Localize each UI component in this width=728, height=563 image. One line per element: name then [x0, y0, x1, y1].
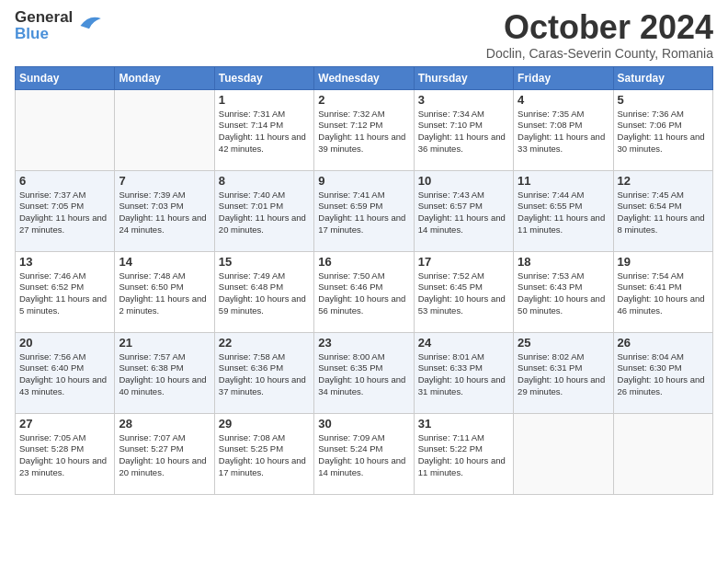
day-info: Sunrise: 7:11 AM Sunset: 5:22 PM Dayligh…: [418, 432, 509, 479]
day-number: 3: [418, 93, 509, 107]
calendar-cell: 17Sunrise: 7:52 AM Sunset: 6:45 PM Dayli…: [414, 251, 513, 332]
calendar-cell: [514, 413, 613, 494]
calendar-header-row: SundayMondayTuesdayWednesdayThursdayFrid…: [16, 66, 713, 89]
header: General Blue October 2024 Doclin, Caras-…: [15, 9, 713, 61]
day-number: 10: [418, 174, 509, 188]
day-number: 13: [19, 255, 110, 269]
day-info: Sunrise: 8:02 AM Sunset: 6:31 PM Dayligh…: [518, 351, 609, 398]
calendar-cell: 30Sunrise: 7:09 AM Sunset: 5:24 PM Dayli…: [314, 413, 414, 494]
calendar-cell: 5Sunrise: 7:36 AM Sunset: 7:06 PM Daylig…: [613, 89, 712, 170]
day-info: Sunrise: 7:05 AM Sunset: 5:28 PM Dayligh…: [19, 432, 110, 479]
calendar-cell: 22Sunrise: 7:58 AM Sunset: 6:36 PM Dayli…: [214, 332, 313, 413]
day-info: Sunrise: 7:46 AM Sunset: 6:52 PM Dayligh…: [19, 270, 110, 317]
day-number: 17: [418, 255, 509, 269]
day-info: Sunrise: 7:52 AM Sunset: 6:45 PM Dayligh…: [418, 270, 509, 317]
day-number: 19: [618, 255, 709, 269]
calendar-cell: 13Sunrise: 7:46 AM Sunset: 6:52 PM Dayli…: [16, 251, 115, 332]
day-number: 15: [219, 255, 310, 269]
day-info: Sunrise: 8:01 AM Sunset: 6:33 PM Dayligh…: [418, 351, 509, 398]
day-number: 20: [19, 336, 110, 350]
day-number: 4: [518, 93, 609, 107]
day-number: 24: [418, 336, 509, 350]
day-info: Sunrise: 7:39 AM Sunset: 7:03 PM Dayligh…: [119, 190, 210, 236]
day-info: Sunrise: 7:57 AM Sunset: 6:38 PM Dayligh…: [119, 351, 210, 398]
calendar-cell: 6Sunrise: 7:37 AM Sunset: 7:05 PM Daylig…: [16, 170, 115, 251]
day-number: 26: [618, 336, 709, 350]
day-number: 30: [318, 417, 409, 431]
calendar-cell: 18Sunrise: 7:53 AM Sunset: 6:43 PM Dayli…: [514, 251, 613, 332]
day-info: Sunrise: 8:04 AM Sunset: 6:30 PM Dayligh…: [618, 351, 709, 398]
calendar-cell: 23Sunrise: 8:00 AM Sunset: 6:35 PM Dayli…: [314, 332, 414, 413]
calendar-cell: 4Sunrise: 7:35 AM Sunset: 7:08 PM Daylig…: [514, 89, 613, 170]
calendar-cell: 10Sunrise: 7:43 AM Sunset: 6:57 PM Dayli…: [414, 170, 513, 251]
day-info: Sunrise: 7:45 AM Sunset: 6:54 PM Dayligh…: [618, 190, 709, 236]
day-number: 2: [318, 93, 409, 107]
calendar-cell: 11Sunrise: 7:44 AM Sunset: 6:55 PM Dayli…: [514, 170, 613, 251]
day-info: Sunrise: 7:32 AM Sunset: 7:12 PM Dayligh…: [318, 109, 409, 155]
day-info: Sunrise: 7:43 AM Sunset: 6:57 PM Dayligh…: [418, 190, 509, 236]
day-number: 8: [219, 174, 310, 188]
day-number: 7: [119, 174, 210, 188]
calendar-week-row: 20Sunrise: 7:56 AM Sunset: 6:40 PM Dayli…: [16, 332, 713, 413]
day-info: Sunrise: 7:07 AM Sunset: 5:27 PM Dayligh…: [119, 432, 210, 479]
calendar-cell: 29Sunrise: 7:08 AM Sunset: 5:25 PM Dayli…: [214, 413, 313, 494]
day-number: 6: [19, 174, 110, 188]
day-info: Sunrise: 7:40 AM Sunset: 7:01 PM Dayligh…: [219, 190, 310, 236]
col-header-saturday: Saturday: [613, 66, 712, 89]
calendar-week-row: 27Sunrise: 7:05 AM Sunset: 5:28 PM Dayli…: [16, 413, 713, 494]
calendar-cell: 25Sunrise: 8:02 AM Sunset: 6:31 PM Dayli…: [514, 332, 613, 413]
col-header-monday: Monday: [115, 66, 214, 89]
day-number: 25: [518, 336, 609, 350]
day-number: 23: [318, 336, 409, 350]
calendar-cell: 27Sunrise: 7:05 AM Sunset: 5:28 PM Dayli…: [16, 413, 115, 494]
calendar-cell: 1Sunrise: 7:31 AM Sunset: 7:14 PM Daylig…: [214, 89, 313, 170]
calendar-cell: 31Sunrise: 7:11 AM Sunset: 5:22 PM Dayli…: [414, 413, 513, 494]
day-number: 16: [318, 255, 409, 269]
day-number: 18: [518, 255, 609, 269]
day-number: 14: [119, 255, 210, 269]
calendar-cell: 19Sunrise: 7:54 AM Sunset: 6:41 PM Dayli…: [613, 251, 712, 332]
calendar-cell: 28Sunrise: 7:07 AM Sunset: 5:27 PM Dayli…: [115, 413, 214, 494]
day-number: 12: [618, 174, 709, 188]
day-info: Sunrise: 7:37 AM Sunset: 7:05 PM Dayligh…: [19, 190, 110, 236]
calendar-cell: [16, 89, 115, 170]
day-info: Sunrise: 7:56 AM Sunset: 6:40 PM Dayligh…: [19, 351, 110, 398]
day-info: Sunrise: 7:08 AM Sunset: 5:25 PM Dayligh…: [219, 432, 310, 479]
day-number: 29: [219, 417, 310, 431]
page: General Blue October 2024 Doclin, Caras-…: [0, 0, 728, 563]
day-info: Sunrise: 7:49 AM Sunset: 6:48 PM Dayligh…: [219, 270, 310, 317]
calendar-cell: [613, 413, 712, 494]
day-number: 5: [618, 93, 709, 107]
col-header-friday: Friday: [514, 66, 613, 89]
col-header-thursday: Thursday: [414, 66, 513, 89]
calendar-cell: 26Sunrise: 8:04 AM Sunset: 6:30 PM Dayli…: [613, 332, 712, 413]
day-info: Sunrise: 7:36 AM Sunset: 7:06 PM Dayligh…: [618, 109, 709, 155]
day-info: Sunrise: 7:44 AM Sunset: 6:55 PM Dayligh…: [518, 190, 609, 236]
calendar-cell: 2Sunrise: 7:32 AM Sunset: 7:12 PM Daylig…: [314, 89, 414, 170]
calendar-week-row: 13Sunrise: 7:46 AM Sunset: 6:52 PM Dayli…: [16, 251, 713, 332]
day-info: Sunrise: 7:48 AM Sunset: 6:50 PM Dayligh…: [119, 270, 210, 317]
calendar-cell: 16Sunrise: 7:50 AM Sunset: 6:46 PM Dayli…: [314, 251, 414, 332]
calendar-cell: 7Sunrise: 7:39 AM Sunset: 7:03 PM Daylig…: [115, 170, 214, 251]
day-number: 31: [418, 417, 509, 431]
logo-general: General: [15, 9, 73, 26]
col-header-wednesday: Wednesday: [314, 66, 414, 89]
day-info: Sunrise: 7:58 AM Sunset: 6:36 PM Dayligh…: [219, 351, 310, 398]
calendar-cell: 20Sunrise: 7:56 AM Sunset: 6:40 PM Dayli…: [16, 332, 115, 413]
day-number: 9: [318, 174, 409, 188]
header-right: October 2024 Doclin, Caras-Severin Count…: [486, 9, 713, 61]
calendar-cell: 15Sunrise: 7:49 AM Sunset: 6:48 PM Dayli…: [214, 251, 313, 332]
col-header-tuesday: Tuesday: [214, 66, 313, 89]
logo: General Blue: [15, 9, 104, 42]
month-title: October 2024: [486, 9, 713, 46]
calendar-cell: 24Sunrise: 8:01 AM Sunset: 6:33 PM Dayli…: [414, 332, 513, 413]
logo-wing-icon: [74, 11, 104, 40]
calendar-cell: 9Sunrise: 7:41 AM Sunset: 6:59 PM Daylig…: [314, 170, 414, 251]
calendar-table: SundayMondayTuesdayWednesdayThursdayFrid…: [15, 66, 713, 495]
calendar-cell: 12Sunrise: 7:45 AM Sunset: 6:54 PM Dayli…: [613, 170, 712, 251]
day-info: Sunrise: 7:34 AM Sunset: 7:10 PM Dayligh…: [418, 109, 509, 155]
col-header-sunday: Sunday: [16, 66, 115, 89]
day-info: Sunrise: 7:54 AM Sunset: 6:41 PM Dayligh…: [618, 270, 709, 317]
day-number: 1: [219, 93, 310, 107]
calendar-week-row: 1Sunrise: 7:31 AM Sunset: 7:14 PM Daylig…: [16, 89, 713, 170]
